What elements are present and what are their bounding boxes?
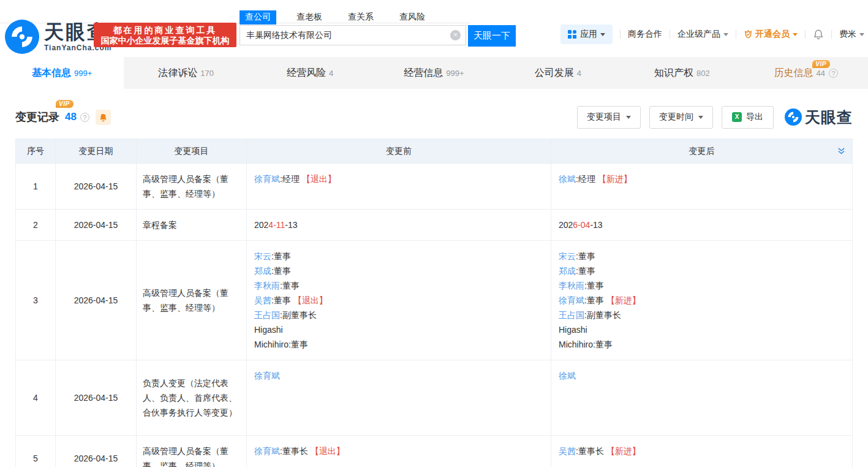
tab-count: 170 <box>200 69 214 78</box>
tab-label: 历史信息 <box>774 67 813 80</box>
cell-date: 2026-04-15 <box>56 360 137 436</box>
help-icon[interactable]: ? <box>829 69 838 78</box>
divider <box>620 30 621 39</box>
change-flag: 【退出】 <box>311 446 345 456</box>
search-tab-risk[interactable]: 查风险 <box>394 10 431 25</box>
person-link[interactable]: 徐育斌 <box>559 295 584 305</box>
tab-label: 公司发展 <box>535 67 574 80</box>
help-icon[interactable]: ? <box>80 113 89 122</box>
excel-icon: X <box>732 112 742 122</box>
chevron-down-icon <box>859 33 864 36</box>
table-row: 22026-04-15章程备案2024-11-132026-04-13 <box>16 210 853 241</box>
change-line: 徐斌:经理 【新进】 <box>559 172 845 186</box>
main-content: 变更记录 VIP 48 ? 变更项目 变更时间 X <box>0 89 868 467</box>
change-line: 李秋雨:董事 <box>254 278 543 293</box>
person-link[interactable]: 徐育斌 <box>254 446 280 456</box>
person-link[interactable]: 李秋雨 <box>254 281 280 290</box>
cell-item: 高级管理人员备案（董事、监事、经理等） <box>137 241 247 360</box>
divider <box>805 30 806 39</box>
search-tab-boss[interactable]: 查老板 <box>291 10 328 25</box>
person-link[interactable]: 郑成 <box>559 266 576 276</box>
subscribe-bell-icon[interactable] <box>96 110 111 125</box>
search-area: 查公司查老板查关系查风险 × 天眼一下 <box>240 11 516 47</box>
change-flag: 【新进】 <box>606 295 641 305</box>
cell-no: 4 <box>16 360 56 436</box>
promo-banner: 都在用的商业查询工具 国家中小企业发展子基金旗下机构 <box>94 23 236 47</box>
user-menu[interactable]: 费米 <box>839 29 864 40</box>
nav-open-membership[interactable]: 开通会员 <box>744 29 798 40</box>
clear-search-icon[interactable]: × <box>450 30 461 40</box>
col-header-item: 变更项目 <box>137 139 247 164</box>
text: :董事长 <box>576 446 606 456</box>
tab-development[interactable]: 公司发展4 <box>496 57 620 89</box>
cell-before: 徐育斌 <box>247 360 551 436</box>
change-line: 宋云:董事 <box>254 249 543 264</box>
change-flag: 4-11 <box>268 220 285 230</box>
cell-item: 章程备案 <box>137 210 247 241</box>
change-flag: 【退出】 <box>293 295 328 305</box>
chevron-down-icon <box>600 33 605 36</box>
text: :董事 <box>271 251 291 261</box>
section-header: 变更记录 VIP 48 ? 变更项目 变更时间 X <box>15 105 853 129</box>
table-row: 32026-04-15高级管理人员备案（董事、监事、经理等）宋云:董事郑成:董事… <box>16 241 853 360</box>
change-line: 郑成:董事 <box>559 264 845 278</box>
table-row: 52026-04-15高级管理人员备案（董事、监事、经理等）徐育斌:董事长 【退… <box>16 436 853 467</box>
cell-item: 高级管理人员备案（董事、监事、经理等） <box>137 436 247 467</box>
change-line: Higashi <box>254 322 543 337</box>
person-link[interactable]: 吴茜 <box>254 295 271 305</box>
filter-change-time[interactable]: 变更时间 <box>649 106 713 129</box>
person-link[interactable]: 宋云 <box>254 251 271 261</box>
person-link[interactable]: 李秋雨 <box>559 281 584 290</box>
person-link[interactable]: 郑成 <box>254 266 271 276</box>
change-line: 2026-04-13 <box>559 218 845 232</box>
search-tab-company[interactable]: 查公司 <box>240 10 276 25</box>
tab-history[interactable]: 历史信息44VIP? <box>744 57 868 89</box>
text: :副董事长 <box>584 310 621 320</box>
search-button[interactable]: 天眼一下 <box>468 25 516 47</box>
person-link[interactable]: 王占国 <box>559 310 584 320</box>
top-nav: 应用 商务合作 企业级产品 开通会员 <box>560 25 864 44</box>
vip-badge: VIP <box>56 100 74 108</box>
person-link[interactable]: 徐育斌 <box>254 371 280 381</box>
cell-before: 2024-11-13 <box>247 210 551 241</box>
change-line: Michihiro:董事 <box>254 337 543 352</box>
text: Michihiro:董事 <box>254 340 308 349</box>
person-link[interactable]: 王占国 <box>254 310 280 320</box>
chevron-down-icon <box>626 116 631 119</box>
cell-before: 徐育斌:经理 【退出】 <box>247 164 551 210</box>
filter-change-item[interactable]: 变更项目 <box>577 106 641 129</box>
cell-no: 1 <box>16 164 56 210</box>
cell-no: 2 <box>16 210 56 241</box>
export-button[interactable]: X 导出 <box>722 106 774 129</box>
notifications-bell-icon[interactable] <box>813 29 824 40</box>
tab-legal[interactable]: 法律诉讼170 <box>124 57 247 89</box>
nav-enterprise[interactable]: 企业级产品 <box>677 29 728 40</box>
cell-after: 2026-04-13 <box>551 210 853 241</box>
apps-menu[interactable]: 应用 <box>560 25 613 44</box>
collapse-double-chevron-icon[interactable] <box>837 146 846 158</box>
text: :董事 <box>584 281 604 290</box>
col-header-no: 序号 <box>16 139 56 164</box>
search-tab-relation[interactable]: 查关系 <box>342 10 379 25</box>
tab-business-risk[interactable]: 经营风险4 <box>248 57 372 89</box>
tab-label: 经营风险 <box>287 67 326 80</box>
chevron-down-icon <box>793 33 798 36</box>
tab-intellectual-property[interactable]: 知识产权802 <box>620 57 744 89</box>
person-link[interactable]: 徐斌 <box>559 174 576 184</box>
person-link[interactable]: 宋云 <box>559 251 576 261</box>
tab-basic-info[interactable]: 基本信息999+ <box>0 57 124 89</box>
change-line: 王占国:副董事长 <box>254 308 543 322</box>
nav-cooperation[interactable]: 商务合作 <box>628 29 662 40</box>
search-input[interactable] <box>240 25 466 45</box>
tab-business-info[interactable]: 经营信息999+ <box>372 57 496 89</box>
text: 202 <box>254 220 268 230</box>
change-flag: 6-04 <box>573 220 590 230</box>
change-line: Higashi <box>559 322 845 337</box>
person-link[interactable]: 徐斌 <box>559 371 576 381</box>
person-link[interactable]: 吴茜 <box>559 446 576 456</box>
text: -13 <box>590 220 602 230</box>
cell-after: 徐斌 <box>551 360 853 436</box>
person-link[interactable]: 徐育斌 <box>254 174 280 184</box>
tab-count: 44 <box>817 69 825 78</box>
text: :董事 <box>271 295 293 305</box>
